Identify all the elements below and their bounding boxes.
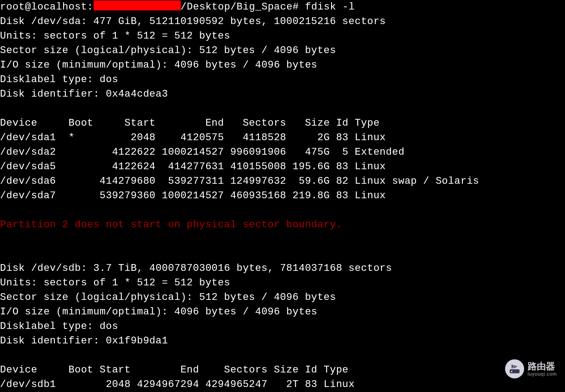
command-text: fdisk -l xyxy=(305,1,355,13)
prompt-space xyxy=(299,1,305,13)
disk-a-io-size: I/O size (minimum/optimal): 4096 bytes /… xyxy=(0,59,317,71)
disk-b-units: Units: sectors of 1 * 512 = 512 bytes xyxy=(0,277,230,289)
disk-a-header: Disk /dev/sda: 477 GiB, 512110190592 byt… xyxy=(0,16,386,27)
watermark-title: 路由器 xyxy=(528,361,557,371)
table-row: /dev/sda7 539279360 1000214527 460935168… xyxy=(0,190,386,201)
table-row: /dev/sdb1 2048 4294967294 4294965247 2T … xyxy=(0,379,355,390)
watermark-text: 路由器 luyouqi.com xyxy=(528,361,557,377)
disk-b-identifier: Disk identifier: 0x1f9b9da1 xyxy=(0,335,168,347)
table-b-header: Device Boot Start End Sectors Size Id Ty… xyxy=(0,364,348,376)
terminal-output[interactable]: root@localhost:/Desktop/Big_Space# fdisk… xyxy=(0,0,565,392)
table-row: /dev/sda5 4122624 414277631 410155008 19… xyxy=(0,161,386,172)
table-row: /dev/sda2 4122622 1000214527 996091906 4… xyxy=(0,147,405,158)
watermark: 路由器 luyouqi.com xyxy=(505,359,557,378)
router-icon xyxy=(505,359,524,378)
disk-b-label-type: Disklabel type: dos xyxy=(0,321,118,332)
table-row: /dev/sda6 414279680 539277311 124997632 … xyxy=(0,176,479,187)
watermark-sub: luyouqi.com xyxy=(528,371,557,377)
table-a-header: Device Boot Start End Sectors Size Id Ty… xyxy=(0,118,380,129)
redacted-block xyxy=(94,0,181,10)
partition-warning: Partition 2 does not start on physical s… xyxy=(0,219,342,230)
disk-a-label-type: Disklabel type: dos xyxy=(0,74,118,85)
disk-b-sector-size: Sector size (logical/physical): 512 byte… xyxy=(0,292,336,303)
disk-a-identifier: Disk identifier: 0x4a4cdea3 xyxy=(0,88,168,100)
disk-a-units: Units: sectors of 1 * 512 = 512 bytes xyxy=(0,30,230,42)
prompt-path: /Desktop/Big_Space# xyxy=(181,1,299,13)
table-row: /dev/sda1 * 2048 4120575 4118528 2G 83 L… xyxy=(0,132,386,143)
disk-b-header: Disk /dev/sdb: 3.7 TiB, 4000787030016 by… xyxy=(0,263,392,274)
disk-b-io-size: I/O size (minimum/optimal): 4096 bytes /… xyxy=(0,306,317,318)
prompt-user-host: root@localhost: xyxy=(0,1,94,13)
disk-a-sector-size: Sector size (logical/physical): 512 byte… xyxy=(0,45,336,56)
